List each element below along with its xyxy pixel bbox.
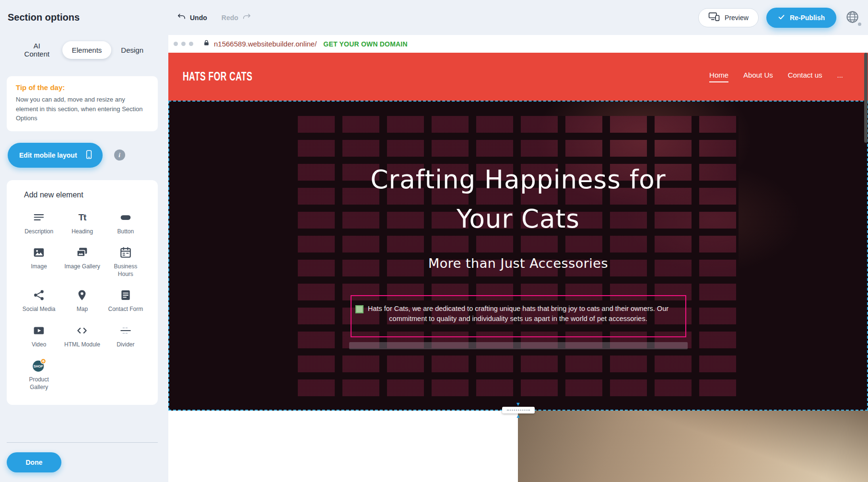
element-drag-handle[interactable]: [355, 305, 364, 313]
sidebar-tabs: AI Content Elements Design: [7, 37, 158, 63]
preview-label: Preview: [725, 14, 749, 22]
redo-label: Redo: [222, 14, 238, 22]
element-label: Video: [21, 341, 57, 349]
topbar-actions: Preview Re-Publish: [698, 8, 860, 28]
divider-icon: [119, 324, 132, 337]
element-item-business-hours[interactable]: Business Hours: [104, 246, 147, 278]
redo-button[interactable]: Redo: [222, 12, 251, 23]
hero-heading-line2: Your Cats: [169, 199, 867, 239]
hero-heading[interactable]: Crafting Happiness for Your Cats: [169, 160, 867, 239]
product-gallery-icon: SHOP: [32, 359, 46, 372]
hero-section[interactable]: Crafting Happiness for Your Cats More th…: [168, 101, 868, 411]
nav-item-about-us[interactable]: About Us: [743, 71, 773, 82]
check-icon: [778, 13, 785, 22]
add-element-title: Add new element: [24, 191, 147, 199]
element-item-html-module[interactable]: HTML Module: [60, 324, 104, 349]
undo-icon: [177, 12, 186, 23]
page-title: Section options: [8, 12, 168, 23]
element-item-divider[interactable]: Divider: [104, 324, 147, 349]
video-icon: [33, 324, 45, 337]
element-label: Description: [21, 228, 57, 236]
redo-icon: [242, 12, 251, 23]
element-label: Product Gallery: [21, 376, 57, 391]
preview-button[interactable]: Preview: [698, 8, 759, 27]
browser-bar: n1566589.websitebuilder.online/ GET YOUR…: [168, 35, 868, 53]
mobile-layout-row: Edit mobile layout i: [8, 143, 158, 168]
contact-form-icon: [119, 288, 132, 302]
section-resize-handle[interactable]: ▼ ▲: [502, 402, 535, 418]
language-globe-button[interactable]: [844, 10, 860, 26]
element-label: Business Hours: [107, 263, 144, 278]
element-label: Social Media: [21, 306, 57, 313]
description-icon: [33, 211, 45, 224]
undo-button[interactable]: Undo: [177, 12, 207, 23]
resize-dotted-line: [507, 410, 530, 411]
html-module-icon: [76, 324, 88, 337]
globe-badge-dot: [858, 23, 861, 26]
image-gallery-icon: [76, 246, 88, 259]
element-placeholder: [349, 342, 688, 349]
hero-body-text: Hats for Cats, we are dedicated to craft…: [355, 304, 681, 324]
element-label: Contact Form: [107, 306, 144, 313]
resize-pill: [502, 407, 535, 413]
social-media-icon: [33, 288, 45, 302]
info-icon[interactable]: i: [114, 149, 125, 161]
add-element-panel: Add new element Description Tt Heading B…: [7, 180, 158, 405]
hero-heading-line1: Crafting Happiness for: [169, 160, 867, 199]
hero-content: Crafting Happiness for Your Cats More th…: [169, 102, 867, 349]
shop-icon-text: SHOP: [34, 365, 43, 368]
nav-item-home[interactable]: Home: [709, 71, 728, 82]
hero-text-element[interactable]: Hats for Cats, we are dedicated to craft…: [351, 295, 686, 337]
hero-subheading[interactable]: More than Just Accessories: [169, 256, 867, 271]
element-item-contact-form[interactable]: Contact Form: [104, 288, 147, 313]
phone-icon: [84, 149, 94, 161]
resize-arrow-down-icon: ▼: [516, 402, 521, 406]
tip-title: Tip of the day:: [16, 83, 149, 92]
map-icon: [76, 288, 88, 302]
tab-ai-content[interactable]: AI Content: [12, 37, 62, 63]
window-dot: [181, 42, 186, 46]
element-item-image-gallery[interactable]: Image Gallery: [60, 246, 104, 278]
tab-elements[interactable]: Elements: [62, 41, 112, 59]
nav-item-contact-us[interactable]: Contact us: [788, 71, 822, 82]
next-section-blank: [168, 411, 518, 482]
window-dots: [174, 42, 193, 46]
element-item-heading[interactable]: Tt Heading: [60, 211, 104, 236]
element-label: Divider: [107, 341, 144, 349]
globe-icon: [845, 10, 859, 25]
element-item-social-media[interactable]: Social Media: [17, 288, 60, 313]
edit-mobile-layout-button[interactable]: Edit mobile layout: [8, 143, 103, 168]
sidebar: AI Content Elements Design Tip of the da…: [0, 35, 168, 482]
sidebar-footer: Done: [7, 442, 158, 482]
element-item-product-gallery[interactable]: SHOP Product Gallery: [17, 359, 60, 391]
element-item-image[interactable]: Image: [17, 246, 60, 278]
element-item-map[interactable]: Map: [60, 288, 104, 313]
heading-icon: Tt: [79, 211, 86, 224]
element-item-description[interactable]: Description: [17, 211, 60, 236]
next-section-image: [518, 411, 868, 482]
republish-button[interactable]: Re-Publish: [766, 8, 836, 28]
element-item-video[interactable]: Video: [17, 324, 60, 349]
site-logo[interactable]: HATS FOR CATS: [183, 69, 252, 84]
element-label: Map: [64, 306, 100, 313]
edit-mobile-label: Edit mobile layout: [19, 151, 77, 159]
nav-more-button[interactable]: ...: [837, 71, 843, 82]
tip-body: Now you can add, move and resize any ele…: [16, 95, 149, 123]
topbar: Section options Undo Redo Preview Re-Pub…: [0, 0, 868, 35]
element-grid: Description Tt Heading Button Image Imag…: [17, 211, 147, 391]
lock-icon: [203, 39, 210, 48]
get-domain-link[interactable]: GET YOUR OWN DOMAIN: [323, 40, 407, 48]
button-icon: [119, 211, 132, 224]
element-label: Heading: [64, 228, 100, 236]
site-header: HATS FOR CATS Home About Us Contact us .…: [168, 53, 868, 101]
undo-label: Undo: [190, 14, 207, 22]
window-dot: [174, 42, 178, 46]
element-item-button[interactable]: Button: [104, 211, 147, 236]
site-nav: Home About Us Contact us ...: [709, 71, 843, 82]
undo-redo-group: Undo Redo: [177, 12, 251, 23]
element-label: HTML Module: [64, 341, 100, 349]
sidebar-divider: [7, 442, 158, 443]
done-button[interactable]: Done: [7, 452, 61, 472]
element-label: Button: [107, 228, 144, 236]
tab-design[interactable]: Design: [111, 41, 153, 59]
